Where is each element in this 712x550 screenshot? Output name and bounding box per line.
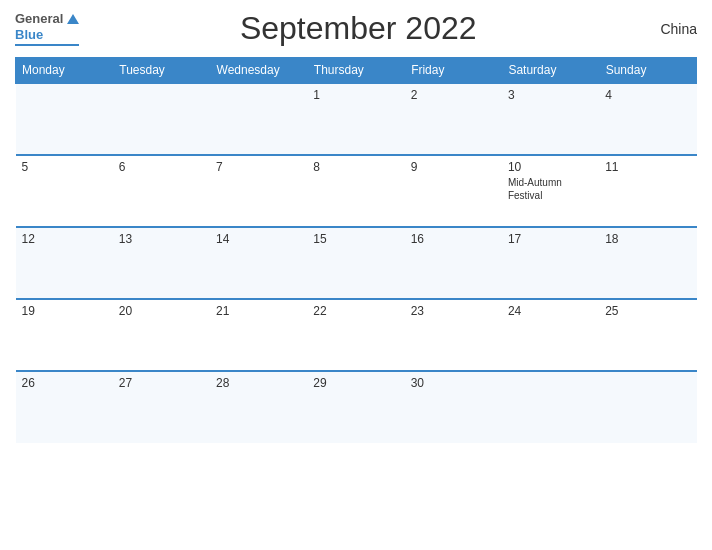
day-number: 28	[216, 376, 301, 390]
day-number: 5	[22, 160, 107, 174]
day-number: 22	[313, 304, 398, 318]
day-cell: 17	[502, 227, 599, 299]
calendar-tbody: 12345678910Mid-Autumn Festival1112131415…	[16, 83, 697, 443]
day-cell: 11	[599, 155, 696, 227]
week-row-4: 2627282930	[16, 371, 697, 443]
calendar-thead: MondayTuesdayWednesdayThursdayFridaySatu…	[16, 58, 697, 84]
calendar-header: General Blue September 2022 China	[15, 10, 697, 47]
day-cell: 2	[405, 83, 502, 155]
day-cell: 3	[502, 83, 599, 155]
day-cell: 12	[16, 227, 113, 299]
day-cell	[210, 83, 307, 155]
logo-line	[15, 44, 79, 46]
day-number: 4	[605, 88, 690, 102]
day-number: 18	[605, 232, 690, 246]
day-number: 25	[605, 304, 690, 318]
day-cell: 30	[405, 371, 502, 443]
day-cell: 27	[113, 371, 210, 443]
day-number: 6	[119, 160, 204, 174]
day-number: 2	[411, 88, 496, 102]
day-number: 7	[216, 160, 301, 174]
day-cell: 20	[113, 299, 210, 371]
day-header-friday: Friday	[405, 58, 502, 84]
day-cell	[113, 83, 210, 155]
day-header-wednesday: Wednesday	[210, 58, 307, 84]
day-header-sunday: Sunday	[599, 58, 696, 84]
day-number: 17	[508, 232, 593, 246]
logo-general-text: General	[15, 11, 63, 27]
day-number: 16	[411, 232, 496, 246]
day-number: 14	[216, 232, 301, 246]
calendar-table: MondayTuesdayWednesdayThursdayFridaySatu…	[15, 57, 697, 443]
week-row-3: 19202122232425	[16, 299, 697, 371]
calendar-country: China	[637, 21, 697, 37]
day-number: 10	[508, 160, 593, 174]
day-cell	[16, 83, 113, 155]
day-cell: 15	[307, 227, 404, 299]
day-number: 30	[411, 376, 496, 390]
day-number: 27	[119, 376, 204, 390]
day-cell	[502, 371, 599, 443]
calendar-wrapper: General Blue September 2022 China Monday…	[0, 0, 712, 550]
day-cell: 18	[599, 227, 696, 299]
day-number: 15	[313, 232, 398, 246]
day-cell: 14	[210, 227, 307, 299]
day-header-thursday: Thursday	[307, 58, 404, 84]
day-number: 13	[119, 232, 204, 246]
day-cell: 10Mid-Autumn Festival	[502, 155, 599, 227]
day-cell	[599, 371, 696, 443]
day-cell: 7	[210, 155, 307, 227]
day-number: 19	[22, 304, 107, 318]
day-number: 21	[216, 304, 301, 318]
day-cell: 21	[210, 299, 307, 371]
day-number: 11	[605, 160, 690, 174]
day-number: 29	[313, 376, 398, 390]
day-header-monday: Monday	[16, 58, 113, 84]
day-cell: 28	[210, 371, 307, 443]
day-cell: 29	[307, 371, 404, 443]
day-cell: 6	[113, 155, 210, 227]
day-cell: 22	[307, 299, 404, 371]
day-cell: 23	[405, 299, 502, 371]
week-row-2: 12131415161718	[16, 227, 697, 299]
days-header-row: MondayTuesdayWednesdayThursdayFridaySatu…	[16, 58, 697, 84]
week-row-1: 5678910Mid-Autumn Festival11	[16, 155, 697, 227]
logo-blue-text: Blue	[15, 27, 43, 43]
week-row-0: 1234	[16, 83, 697, 155]
day-cell: 8	[307, 155, 404, 227]
day-cell: 25	[599, 299, 696, 371]
day-number: 26	[22, 376, 107, 390]
day-cell: 9	[405, 155, 502, 227]
day-cell: 24	[502, 299, 599, 371]
day-header-saturday: Saturday	[502, 58, 599, 84]
day-number: 1	[313, 88, 398, 102]
day-number: 20	[119, 304, 204, 318]
day-event: Mid-Autumn Festival	[508, 176, 593, 202]
day-number: 9	[411, 160, 496, 174]
day-number: 12	[22, 232, 107, 246]
logo: General Blue	[15, 11, 79, 45]
day-number: 8	[313, 160, 398, 174]
day-header-tuesday: Tuesday	[113, 58, 210, 84]
day-cell: 19	[16, 299, 113, 371]
day-cell: 16	[405, 227, 502, 299]
day-cell: 1	[307, 83, 404, 155]
day-cell: 4	[599, 83, 696, 155]
day-cell: 5	[16, 155, 113, 227]
day-number: 23	[411, 304, 496, 318]
calendar-title: September 2022	[79, 10, 637, 47]
day-number: 24	[508, 304, 593, 318]
day-cell: 26	[16, 371, 113, 443]
day-number: 3	[508, 88, 593, 102]
day-cell: 13	[113, 227, 210, 299]
logo-triangle-icon	[67, 14, 79, 24]
